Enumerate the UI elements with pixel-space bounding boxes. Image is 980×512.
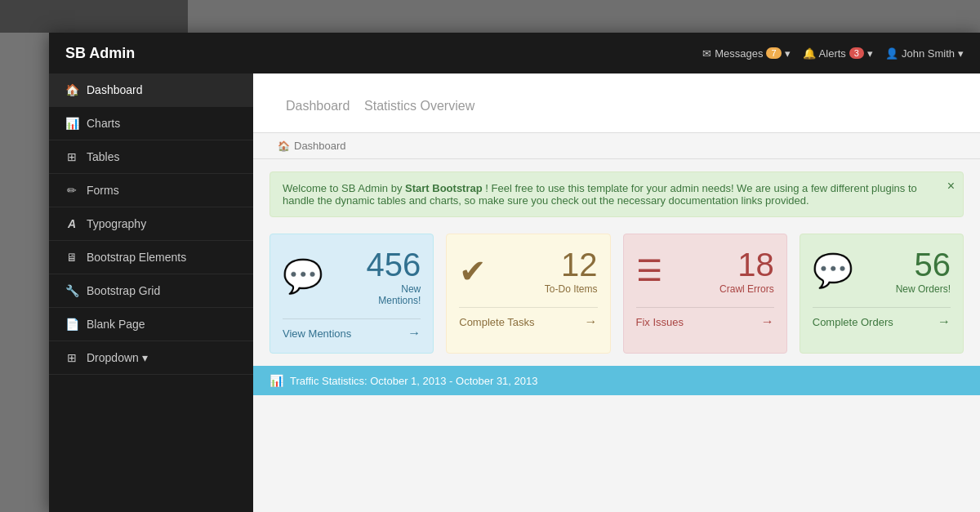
user-icon: 👤 — [885, 47, 898, 60]
sidebar-item-dropdown[interactable]: ⊞ Dropdown ▾ — [49, 341, 253, 375]
messages-badge: 7 — [766, 47, 781, 59]
panel-todo: ✔ 12 To-Do Items Complete Tasks → — [446, 234, 610, 354]
breadcrumb-home-icon: 🏠 — [278, 140, 290, 152]
orders-link[interactable]: Complete Orders — [813, 316, 893, 328]
page-icon: 📄 — [65, 318, 78, 331]
panel-mentions-bottom: View Mentions → — [283, 318, 421, 341]
sidebar-item-forms[interactable]: ✏ Forms — [49, 174, 253, 207]
dropdown-icon: ⊞ — [65, 351, 78, 364]
mentions-icon: 💬 — [283, 257, 323, 296]
envelope-icon: ✉ — [702, 47, 711, 60]
wrench-icon: 🔧 — [65, 284, 78, 297]
panel-errors: ☰ 18 Crawl Errors Fix Issues → — [623, 234, 787, 354]
bell-icon: 🔔 — [803, 47, 816, 60]
todo-subtitle: To-Do Items — [545, 283, 598, 295]
errors-arrow-icon: → — [761, 314, 774, 329]
sidebar-item-typography[interactable]: A Typography — [49, 207, 253, 241]
page-header: Dashboard Statistics Overview — [253, 73, 980, 133]
alert-link[interactable]: Start Bootstrap — [405, 182, 483, 194]
panel-orders: 💬 56 New Orders! Complete Orders → — [800, 234, 964, 354]
content-wrapper: 🏠 Dashboard 📊 Charts ⊞ Tables ✏ Forms — [49, 73, 980, 512]
traffic-label: Traffic Statistics: October 1, 2013 - Oc… — [290, 375, 537, 387]
messages-button[interactable]: ✉ Messages 7 ▾ — [702, 47, 790, 60]
mentions-number: 456 — [367, 247, 421, 283]
sidebar-label-charts: Charts — [87, 117, 120, 130]
sidebar: 🏠 Dashboard 📊 Charts ⊞ Tables ✏ Forms — [49, 73, 253, 512]
mentions-link[interactable]: View Mentions — [283, 327, 351, 340]
alert-close-button[interactable]: × — [947, 179, 955, 194]
orders-number: 56 — [896, 247, 951, 283]
sidebar-item-bootstrap-elements[interactable]: 🖥 Bootstrap Elements — [49, 241, 253, 274]
sidebar-item-blank-page[interactable]: 📄 Blank Page — [49, 308, 253, 341]
browser-chrome: SB Admin ✉ Messages 7 ▾ 🔔 Alerts 3 ▾ 👤 J… — [0, 0, 980, 512]
sidebar-label-tables: Tables — [87, 150, 119, 163]
welcome-alert: Welcome to SB Admin by Start Bootstrap !… — [270, 171, 964, 217]
navbar-brand[interactable]: SB Admin — [65, 45, 135, 62]
alert-text-start: Welcome to SB Admin by — [283, 182, 405, 194]
breadcrumb-text: Dashboard — [294, 140, 346, 152]
panel-errors-top: ☰ 18 Crawl Errors — [636, 247, 774, 303]
todo-icon: ✔ — [459, 252, 487, 290]
sidebar-label-bootstrap-elements: Bootstrap Elements — [87, 251, 186, 264]
traffic-bar: 📊 Traffic Statistics: October 1, 2013 - … — [253, 366, 980, 395]
sidebar-label-blank-page: Blank Page — [87, 318, 145, 331]
forms-icon: ✏ — [65, 184, 78, 197]
errors-icon: ☰ — [636, 254, 662, 288]
sidebar-nav: 🏠 Dashboard 📊 Charts ⊞ Tables ✏ Forms — [49, 73, 253, 375]
todo-arrow-icon: → — [585, 314, 598, 329]
panel-errors-bottom: Fix Issues → — [636, 307, 774, 329]
breadcrumb: 🏠 Dashboard — [253, 133, 980, 159]
mentions-subtitle: NewMentions! — [367, 283, 421, 306]
stat-panels: 💬 456 NewMentions! View Mentions → — [253, 229, 980, 366]
user-menu-button[interactable]: 👤 John Smith ▾ — [885, 47, 964, 60]
sidebar-label-dropdown: Dropdown ▾ — [87, 351, 148, 364]
panel-mentions: 💬 456 NewMentions! View Mentions → — [270, 234, 434, 354]
sidebar-item-bootstrap-grid[interactable]: 🔧 Bootstrap Grid — [49, 274, 253, 308]
sidebar-label-typography: Typography — [87, 217, 146, 230]
sidebar-label-bootstrap-grid: Bootstrap Grid — [87, 284, 160, 297]
orders-icon: 💬 — [813, 252, 853, 290]
errors-number: 18 — [719, 247, 774, 283]
top-navbar: SB Admin ✉ Messages 7 ▾ 🔔 Alerts 3 ▾ 👤 J… — [49, 33, 980, 73]
panel-todo-bottom: Complete Tasks → — [459, 307, 597, 329]
typography-icon: A — [65, 217, 78, 230]
alerts-button[interactable]: 🔔 Alerts 3 ▾ — [803, 47, 873, 60]
panel-orders-top: 💬 56 New Orders! — [813, 247, 951, 303]
sidebar-label-dashboard: Dashboard — [87, 83, 143, 96]
orders-subtitle: New Orders! — [896, 283, 951, 295]
alerts-badge: 3 — [849, 47, 864, 59]
panel-todo-top: ✔ 12 To-Do Items — [459, 247, 597, 303]
sidebar-item-charts[interactable]: 📊 Charts — [49, 107, 253, 140]
mentions-arrow-icon: → — [408, 326, 421, 341]
chart-icon: 📊 — [65, 117, 78, 130]
sidebar-item-dashboard[interactable]: 🏠 Dashboard — [49, 73, 253, 107]
errors-subtitle: Crawl Errors — [719, 283, 774, 295]
table-icon: ⊞ — [65, 150, 78, 163]
panel-orders-bottom: Complete Orders → — [813, 307, 951, 329]
orders-arrow-icon: → — [938, 314, 951, 329]
sidebar-item-tables[interactable]: ⊞ Tables — [49, 140, 253, 174]
monitor-icon: 🖥 — [65, 251, 78, 264]
home-icon: 🏠 — [65, 83, 78, 96]
panel-mentions-top: 💬 456 NewMentions! — [283, 247, 421, 314]
navbar-right: ✉ Messages 7 ▾ 🔔 Alerts 3 ▾ 👤 John Smith… — [702, 47, 964, 60]
todo-number: 12 — [545, 247, 598, 283]
errors-link[interactable]: Fix Issues — [636, 316, 684, 328]
page-title: Dashboard Statistics Overview — [278, 90, 956, 116]
main-content: Dashboard Statistics Overview 🏠 Dashboar… — [253, 73, 980, 512]
todo-link[interactable]: Complete Tasks — [459, 316, 534, 328]
sidebar-label-forms: Forms — [87, 184, 119, 197]
traffic-chart-icon: 📊 — [270, 374, 283, 387]
